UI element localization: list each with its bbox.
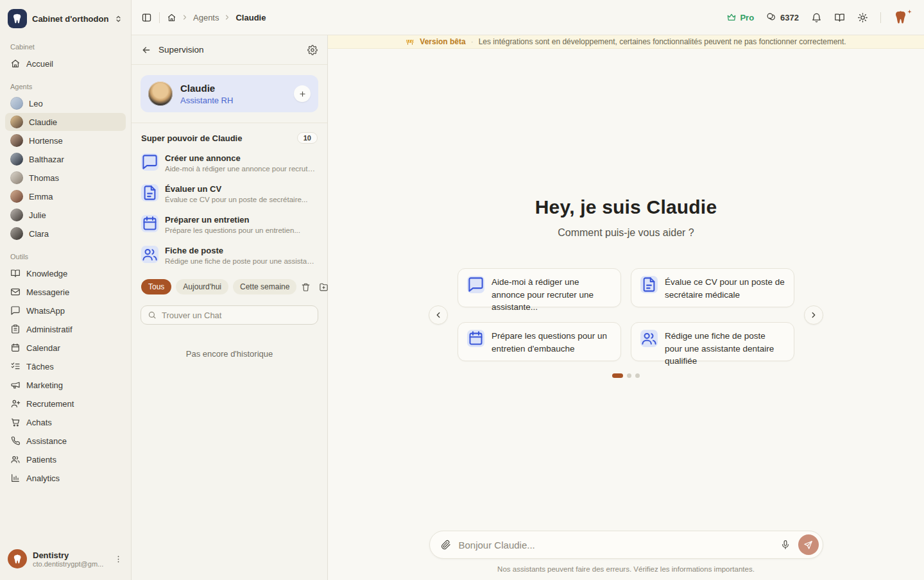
suggestion-card[interactable]: Rédige une fiche de poste pour une assis…: [631, 322, 794, 361]
agent-avatar: [10, 190, 23, 203]
app-logo: [8, 9, 27, 28]
sidebar-item-agent[interactable]: Emma: [5, 187, 126, 205]
sun-icon[interactable]: [857, 12, 868, 23]
sidebar-item[interactable]: Messagerie: [5, 283, 126, 301]
assistant-mascot-tooth-icon[interactable]: [893, 10, 912, 25]
carousel-prev-button[interactable]: [429, 305, 448, 325]
home-icon[interactable]: [167, 13, 176, 22]
agents-nav: Leo Claudie Hortense Balthazar Thomas Em…: [0, 94, 131, 243]
chat-icon: [10, 305, 21, 316]
sparkle-icon: [907, 9, 912, 15]
agent-avatar: [10, 115, 23, 128]
send-icon: [803, 540, 813, 550]
calendar-icon: [141, 215, 158, 232]
construction-icon: [406, 38, 415, 46]
sidebar-item[interactable]: Tâches: [5, 357, 126, 375]
trash-icon[interactable]: [301, 282, 311, 292]
paperclip-icon[interactable]: [441, 540, 451, 550]
sidebar-item[interactable]: Assistance: [5, 432, 126, 450]
megaphone-icon: [10, 380, 21, 390]
file-icon: [640, 276, 658, 293]
carousel-dot[interactable]: [612, 373, 623, 378]
sidebar-item-agent[interactable]: Leo: [5, 94, 126, 112]
power-list-item[interactable]: Préparer un entretien Prépare les questi…: [132, 209, 327, 240]
sidebar-item-label: Marketing: [26, 380, 63, 390]
users-icon: [640, 330, 658, 347]
cart-icon: [10, 417, 21, 427]
kebab-menu-icon[interactable]: [114, 554, 123, 564]
book-open-icon[interactable]: [834, 12, 845, 23]
file-icon: [141, 184, 158, 201]
sidebar-item-agent[interactable]: Hortense: [5, 132, 126, 149]
agent-name-label: Julie: [29, 210, 46, 220]
carousel-dot[interactable]: [635, 373, 640, 378]
sidebar-item[interactable]: WhatsApp: [5, 302, 126, 320]
sidebar-item-agent[interactable]: Clara: [5, 225, 126, 243]
filter-chip[interactable]: Cette semaine: [233, 279, 296, 294]
filter-chip[interactable]: Tous: [141, 279, 171, 294]
breadcrumb-agents[interactable]: Agents: [193, 13, 219, 22]
sidebar-item[interactable]: Recrutement: [5, 395, 126, 413]
mail-icon: [10, 287, 21, 297]
suggestion-card[interactable]: Aide-moi à rédiger une annonce pour recr…: [458, 268, 621, 307]
powers-count-badge: 10: [297, 132, 318, 144]
credits-counter[interactable]: 6372: [766, 12, 799, 22]
divider: [880, 12, 881, 23]
carousel-next-button[interactable]: [804, 305, 823, 325]
sidebar-item-label: Recrutement: [26, 399, 74, 409]
power-list-item[interactable]: Fiche de poste Rédige une fiche de poste…: [132, 240, 327, 271]
search-input[interactable]: [162, 311, 311, 320]
sidebar-toggle-icon[interactable]: [141, 12, 152, 23]
sidebar-item-agent[interactable]: Claudie: [5, 113, 126, 131]
agent-avatar: [10, 153, 23, 166]
hero: Hey, je suis Claudie Comment puis-je vou…: [328, 196, 924, 239]
sidebar-item[interactable]: Marketing: [5, 376, 126, 394]
sidebar-item-agent[interactable]: Balthazar: [5, 150, 126, 168]
sidebar-item-agent[interactable]: Julie: [5, 206, 126, 224]
chat-search[interactable]: [141, 305, 318, 325]
crown-icon: [726, 12, 737, 22]
sidebar-item[interactable]: Knowledge: [5, 264, 126, 282]
filter-chip[interactable]: Aujourd'hui: [176, 279, 228, 294]
sidebar-item-label: Analytics: [26, 473, 60, 483]
chat-input-bar[interactable]: [429, 531, 823, 559]
new-chat-button[interactable]: [294, 85, 311, 102]
disclaimer-text: Nos assistants peuvent faire des erreurs…: [497, 565, 755, 573]
mic-icon[interactable]: [780, 540, 791, 550]
power-list-item[interactable]: Créer une annonce Aide-moi à rédiger une…: [132, 148, 327, 178]
suggestion-card[interactable]: Prépare les questions pour un entretien …: [458, 322, 621, 361]
power-title: Fiche de poste: [165, 246, 318, 255]
back-arrow-icon[interactable]: [141, 45, 151, 55]
workspace-title: Cabinet d'orthodon...: [32, 14, 108, 24]
sidebar-item[interactable]: Analytics: [5, 469, 126, 487]
filter-chips: TousAujourd'huiCette semaine: [141, 279, 296, 294]
sidebar-item[interactable]: Calendar: [5, 339, 126, 357]
sidebar-item[interactable]: Accueil: [5, 55, 126, 72]
powers-title: Super pouvoir de Claudie: [141, 133, 297, 143]
sidebar-item[interactable]: Patients: [5, 450, 126, 468]
phone-icon: [10, 436, 21, 446]
suggestion-card[interactable]: Évalue ce CV pour un poste de secrétaire…: [631, 268, 794, 307]
bell-icon[interactable]: [811, 12, 822, 23]
power-list-item[interactable]: Évaluer un CV Évalue ce CV pour un poste…: [132, 178, 327, 209]
message-input[interactable]: [459, 540, 773, 550]
carousel-dot[interactable]: [627, 373, 631, 378]
pro-badge[interactable]: Pro: [726, 12, 754, 22]
sidebar-item[interactable]: Achats: [5, 413, 126, 431]
suggestions-carousel: Aide-moi à rédiger une annonce pour recr…: [328, 268, 924, 361]
sidebar-item-label: Tâches: [26, 362, 54, 371]
sidebar-item[interactable]: Administratif: [5, 320, 126, 338]
sidebar-item-agent[interactable]: Thomas: [5, 169, 126, 187]
topbar: Agents Claudie Pro 6372: [132, 0, 924, 35]
agent-name-label: Claudie: [29, 117, 57, 127]
cabinet-nav: Accueil: [0, 54, 131, 73]
send-button[interactable]: [798, 534, 819, 555]
agent-card[interactable]: Claudie Assistante RH: [141, 75, 318, 112]
workspace-switcher[interactable]: Cabinet d'orthodon...: [0, 0, 131, 33]
user-name: Dentistry: [33, 550, 108, 560]
suggestion-cards: Aide-moi à rédiger une annonce pour recr…: [458, 268, 794, 361]
gear-icon[interactable]: [307, 45, 318, 55]
beta-banner: Version bêta · Les intégrations sont en …: [328, 35, 924, 49]
chevrons-up-down-icon[interactable]: [114, 14, 123, 24]
account-row[interactable]: Dentistry cto.dentistrygpt@gm...: [0, 542, 131, 580]
